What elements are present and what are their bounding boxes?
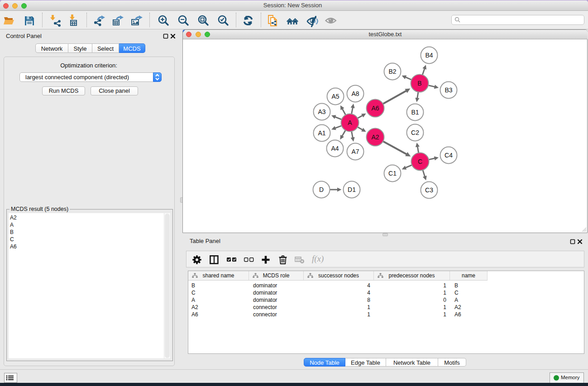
svg-text:A3: A3 (318, 108, 325, 115)
svg-text:C3: C3 (425, 186, 433, 194)
svg-text:C1: C1 (388, 170, 397, 177)
svg-text:A8: A8 (351, 90, 359, 97)
svg-text:A6: A6 (371, 105, 379, 112)
svg-text:B1: B1 (411, 109, 419, 116)
svg-text:C2: C2 (411, 129, 419, 136)
svg-text:C: C (418, 158, 422, 165)
svg-text:A7: A7 (351, 148, 359, 155)
svg-text:D1: D1 (348, 186, 356, 193)
svg-text:C4: C4 (445, 152, 453, 159)
svg-text:A: A (348, 119, 352, 126)
svg-text:A5: A5 (331, 93, 339, 100)
svg-text:B2: B2 (388, 68, 396, 75)
svg-text:B: B (417, 80, 421, 87)
svg-text:A4: A4 (331, 145, 339, 152)
svg-text:B4: B4 (425, 52, 433, 59)
svg-text:A2: A2 (371, 133, 379, 141)
svg-text:D: D (319, 186, 324, 193)
svg-text:B3: B3 (445, 86, 452, 94)
svg-text:A1: A1 (318, 129, 325, 137)
